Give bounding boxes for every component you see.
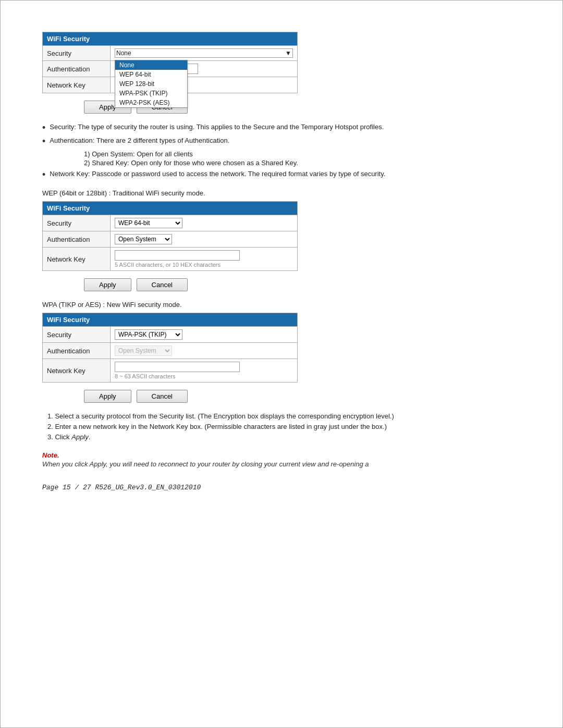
- cancel-button-wep[interactable]: Cancel: [137, 278, 188, 291]
- wep-auth-value-cell[interactable]: Open System Shared Key: [111, 231, 298, 248]
- table-row: Authentication Open System: [43, 343, 298, 359]
- bullet-section: • Security: The type of security the rou…: [42, 123, 521, 180]
- note-label: Note.: [42, 451, 521, 459]
- wep-networkkey-label: Network Key: [43, 248, 111, 271]
- sub-item-1: 1) Open System: Open for all clients: [84, 150, 521, 158]
- wep-security-label: Security: [43, 215, 111, 231]
- wpa-networkkey-label: Network Key: [43, 359, 111, 382]
- wpa-networkkey-hint: 8 ~ 63 ASCII characters: [115, 373, 293, 379]
- wep-heading-bold: WEP (64bit or 128bit) :: [42, 189, 111, 197]
- wep-security-value-cell[interactable]: WEP 64-bit WEP 128-bit WPA-PSK (TKIP) WP…: [111, 215, 298, 231]
- dropdown-arrow-icon: ▼: [285, 50, 291, 57]
- dropdown-item-wep128[interactable]: WEP 128-bit: [115, 79, 187, 89]
- dropdown-trigger[interactable]: None ▼: [115, 48, 293, 58]
- wep-security-dropdown-wrapper[interactable]: WEP 64-bit WEP 128-bit WPA-PSK (TKIP) WP…: [115, 218, 293, 228]
- wep-auth-dropdown-wrapper[interactable]: Open System Shared Key: [115, 234, 293, 244]
- numbered-item-3: 3. Click Apply.: [47, 433, 521, 441]
- bullet-dot-3: •: [42, 170, 45, 180]
- numbered-item-2: 2. Enter a new network key in the Networ…: [47, 423, 521, 430]
- wifi-security-table-wep: WiFi Security Security WEP 64-bit WEP 12…: [42, 201, 298, 271]
- note-text: When you click Apply, you will need to r…: [42, 460, 521, 468]
- bullet-dot-2: •: [42, 137, 45, 147]
- footer-text: Page 15 / 27 R526_UG_Rev3.0_EN_03012010: [42, 484, 201, 491]
- wpa-heading-bold: WPA (TIKP or AES) :: [42, 301, 105, 309]
- wpa-auth-label: Authentication: [43, 343, 111, 359]
- security-label: Security: [43, 46, 111, 61]
- wpa-heading-normal: New WiFi security mode.: [105, 301, 181, 309]
- bullet-text-security: Security: The type of security the route…: [50, 123, 521, 131]
- page-wrapper: WiFi Security Security None ▼ None: [0, 0, 563, 728]
- table-row: Security WPA-PSK (TKIP) WPA2-PSK (AES) W…: [43, 327, 298, 343]
- wifi-security-table-1: WiFi Security Security None ▼ None: [42, 32, 298, 93]
- wpa-security-value-cell[interactable]: WPA-PSK (TKIP) WPA2-PSK (AES) WEP 64-bit…: [111, 327, 298, 343]
- wifi-table-wep-header: WiFi Security: [43, 202, 298, 215]
- btn-row-wpa: Apply Cancel: [84, 390, 521, 403]
- wep-networkkey-hint: 5 ASCII characters, or 10 HEX characters: [115, 262, 293, 268]
- wpa-auth-dropdown-wrapper: Open System: [115, 346, 293, 356]
- bullet-item-networkkey: • Network Key: Passcode or password used…: [42, 170, 521, 180]
- note-section: Note. When you click Apply, you will nee…: [42, 451, 521, 468]
- wifi-table-1-header: WiFi Security: [43, 32, 298, 46]
- wpa-security-label: Security: [43, 327, 111, 343]
- table-row: Security WEP 64-bit WEP 128-bit WPA-PSK …: [43, 215, 298, 231]
- bullet-dot-1: •: [42, 123, 45, 133]
- wep-networkkey-value-cell: 5 ASCII characters, or 10 HEX characters: [111, 248, 298, 271]
- btn-row-wep: Apply Cancel: [84, 278, 521, 291]
- wep-security-select[interactable]: WEP 64-bit WEP 128-bit WPA-PSK (TKIP) WP…: [115, 218, 182, 228]
- wpa-networkkey-input[interactable]: [115, 362, 240, 372]
- page-footer: Page 15 / 27 R526_UG_Rev3.0_EN_03012010: [42, 484, 521, 491]
- authentication-label: Authentication: [43, 61, 111, 77]
- wep-networkkey-input[interactable]: [115, 250, 240, 261]
- table-row: Security None ▼ None WEP 64-bit WEP 128-…: [43, 46, 298, 61]
- dropdown-selected-value: None: [116, 50, 131, 57]
- wpa-security-select[interactable]: WPA-PSK (TKIP) WPA2-PSK (AES) WEP 64-bit…: [115, 329, 182, 340]
- wep-auth-label: Authentication: [43, 231, 111, 248]
- wep-section-heading: WEP (64bit or 128bit) : Traditional WiFi…: [42, 189, 521, 197]
- bullet-item-security: • Security: The type of security the rou…: [42, 123, 521, 133]
- table-row: Authentication Open System Shared Key: [43, 231, 298, 248]
- sub-item-2: 2) Shared Key: Open only for those who w…: [84, 159, 521, 167]
- wifi-table-wpa-header: WiFi Security: [43, 313, 298, 327]
- wpa-auth-value-cell: Open System: [111, 343, 298, 359]
- dropdown-item-wep64[interactable]: WEP 64-bit: [115, 70, 187, 79]
- table-row: Network Key 8 ~ 63 ASCII characters: [43, 359, 298, 382]
- bullet-item-auth: • Authentication: There are 2 different …: [42, 137, 521, 147]
- wep-heading-normal: Traditional WiFi security mode.: [111, 189, 205, 197]
- bullet-text-networkkey: Network Key: Passcode or password used t…: [50, 170, 521, 178]
- cancel-button-wpa[interactable]: Cancel: [137, 390, 188, 403]
- numbered-item-1: 1. Select a security protocol from the S…: [47, 412, 521, 420]
- networkkey-label: Network Key: [43, 77, 111, 93]
- wpa-section-heading: WPA (TIKP or AES) : New WiFi security mo…: [42, 301, 521, 309]
- apply-button-wpa[interactable]: Apply: [84, 390, 131, 403]
- wpa-security-dropdown-wrapper[interactable]: WPA-PSK (TKIP) WPA2-PSK (AES) WEP 64-bit…: [115, 329, 293, 340]
- wpa-networkkey-value-cell: 8 ~ 63 ASCII characters: [111, 359, 298, 382]
- security-dropdown-open[interactable]: None ▼ None WEP 64-bit WEP 128-bit WPA-P…: [115, 48, 293, 58]
- bullet-text-auth: Authentication: There are 2 different ty…: [50, 137, 521, 144]
- wep-auth-select[interactable]: Open System Shared Key: [115, 234, 172, 244]
- dropdown-item-none[interactable]: None: [115, 60, 187, 70]
- dropdown-item-wpa2-aes[interactable]: WPA2-PSK (AES): [115, 98, 187, 107]
- security-value-cell[interactable]: None ▼ None WEP 64-bit WEP 128-bit WPA-P…: [111, 46, 298, 61]
- dropdown-item-wpa-tkip[interactable]: WPA-PSK (TKIP): [115, 89, 187, 98]
- security-dropdown-list[interactable]: None WEP 64-bit WEP 128-bit WPA-PSK (TKI…: [115, 60, 188, 108]
- apply-button-wep[interactable]: Apply: [84, 278, 131, 291]
- numbered-steps-section: 1. Select a security protocol from the S…: [42, 412, 521, 441]
- table-row: Network Key 5 ASCII characters, or 10 HE…: [43, 248, 298, 271]
- wpa-auth-select: Open System: [115, 346, 172, 356]
- wifi-security-table-wpa: WiFi Security Security WPA-PSK (TKIP) WP…: [42, 313, 298, 382]
